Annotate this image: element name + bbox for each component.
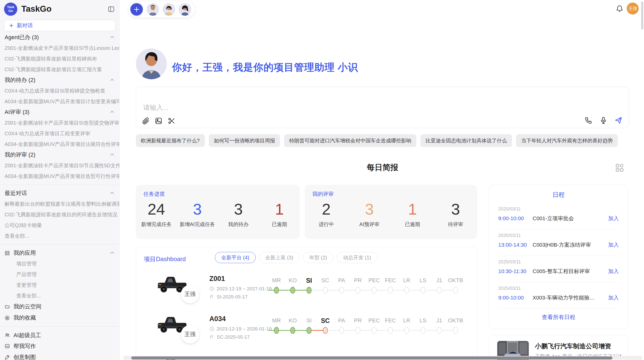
stat-value: 3 — [348, 200, 391, 218]
sidebar-item[interactable]: C02-飞腾新能源轻客改款项目的闭环通告反馈情况 — [0, 209, 119, 220]
milestone-track — [382, 325, 399, 335]
join-link[interactable]: 加入 — [608, 241, 619, 248]
sidebar-section-header[interactable]: 我的待办 (2) — [0, 75, 119, 85]
new-chat-label: 新对话 — [17, 22, 33, 29]
attachment-icon[interactable] — [142, 117, 150, 125]
sidebar-item[interactable]: Z001-全新燃油轻卡产品开发项目SI节点属性5D文件评审 — [0, 160, 119, 171]
stat: 24 新增完成任务 — [136, 200, 177, 228]
sidebar-item-label: 我的云空间 — [13, 303, 41, 310]
milestone-label: SC — [317, 316, 333, 325]
sidebar-section-header[interactable]: 最近对话 — [0, 188, 119, 199]
sidebar-item[interactable]: A034-全新新能源MUV产品开发项目法规符合性评审 — [0, 139, 119, 149]
suggestion-chip[interactable]: 当下年轻人对汽车外观有怎样的喜好趋势 — [516, 134, 618, 147]
milestone: PA — [333, 316, 350, 335]
milestone-node — [420, 327, 426, 334]
sidebar-item[interactable]: C02-飞腾新能源轻客改款项目里程碑画布 — [0, 53, 119, 64]
join-link[interactable]: 加入 — [608, 294, 619, 301]
sidebar-section-header[interactable]: AI评审 (3) — [0, 107, 119, 117]
sidebar-item[interactable]: 查看全部... — [0, 231, 119, 241]
milestone-node — [355, 327, 360, 334]
sidebar-item-label: 我的收藏 — [13, 314, 36, 322]
sidebar-item[interactable]: C0X4-动力总成开发项目SI里程碑提交物检查 — [0, 85, 119, 96]
project-row[interactable]: 王强 A034 2023-12-19 ~ 2026-01-19 SC-2025-… — [136, 308, 477, 349]
milestone-node — [290, 327, 295, 334]
sidebar-app-item[interactable]: 变更管理 — [0, 280, 119, 290]
vertical-scrollbar-thumb[interactable] — [641, 2, 643, 29]
sidebar-item[interactable]: 解释最新出台的欧盟报废车法规再生塑料比例被调至15%... — [0, 199, 119, 209]
sidebar-app-item[interactable]: 查看全部... — [0, 290, 119, 301]
phone-icon[interactable] — [584, 116, 592, 124]
sidebar-section-header[interactable]: 我的评审 (2) — [0, 149, 119, 160]
milestone-track — [317, 325, 333, 335]
sidebar-item[interactable]: A034-全新新能源MUV产品开发项目计划变更表编写 — [0, 96, 119, 107]
scissors-icon[interactable] — [168, 117, 175, 125]
milestone: MR — [268, 276, 285, 295]
stat: 1 已逾期 — [391, 200, 434, 228]
sidebar-app-item[interactable]: 产品管理 — [0, 269, 119, 280]
sidebar-item[interactable]: C0X4-动力总成开发项目工程变更评审 — [0, 128, 119, 139]
project-row[interactable]: 王强 Z001 2023-12-19 ~ 2027-01-19 SI-2025-… — [136, 268, 477, 308]
schedule-title-text: C005-整车工程目标评审 — [533, 268, 608, 275]
sidebar-collapse-icon[interactable] — [108, 6, 115, 13]
schedule-row: 10:30-11:30 C005-整车工程目标评审 加入 — [498, 268, 619, 275]
sidebar-item[interactable]: 公司Q3轻卡销量 — [0, 220, 119, 231]
chat-input-card[interactable]: 请输入... — [136, 87, 629, 128]
sidebar-item-cloud-space[interactable]: 我的云空间 — [0, 301, 119, 312]
suggestion-chip[interactable]: 如何写一份清晰的项目周报 — [209, 134, 280, 147]
stat: 3 AI预评审 — [348, 200, 391, 228]
dashboard-filter-tab[interactable]: 全新上装 (3) — [259, 252, 300, 263]
milestone-label: PEC — [366, 316, 382, 325]
join-link[interactable]: 加入 — [608, 215, 619, 222]
avatar[interactable] — [179, 3, 191, 16]
dashboard-filter-tab[interactable]: 全新平台 (4) — [215, 252, 256, 263]
dashboard-filter-tab[interactable]: 年型 (2) — [303, 252, 333, 263]
sidebar-item[interactable]: Z001-全新燃油轻卡产品开发项目SI造型提交物评审 — [0, 117, 119, 128]
sidebar-section-header[interactable]: Agent已办 (3) — [0, 32, 119, 43]
stat-label: AI预评审 — [348, 221, 391, 228]
join-link[interactable]: 加入 — [608, 268, 619, 275]
sidebar-section: Agent已办 (3) Z001-全新燃油皮卡产品开发项目SI节点Lesson … — [0, 32, 119, 75]
milestone-node — [420, 287, 426, 294]
new-chat-button[interactable]: 新对话 — [4, 20, 115, 31]
sidebar-item-drawing[interactable]: 创意制图 — [0, 352, 119, 360]
sidebar-item[interactable]: C02-飞腾新能源轻客改款项目立项汇报方案 — [0, 64, 119, 75]
milestone: LR — [399, 316, 415, 335]
chevron-up-icon — [110, 152, 115, 157]
sidebar-item[interactable]: Z001-全新燃油皮卡产品开发项目SI节点Lesson Learn报告 — [0, 43, 119, 53]
milestone-track — [268, 285, 285, 295]
suggestion-chip[interactable]: 欧洲新规最近颁布了什么? — [136, 134, 205, 147]
apps-grid-icon — [5, 250, 10, 256]
suggestion-chip[interactable]: 比亚迪全固态电池计划具体说了什么 — [420, 134, 512, 147]
milestone: PR — [350, 316, 366, 335]
schedule-item: 2025/03/11 10:30-11:30 C005-整车工程目标评审 加入 — [498, 256, 619, 282]
dashboard-filter-tab[interactable]: 动总开发 (1) — [337, 252, 377, 263]
send-icon[interactable] — [614, 116, 622, 124]
sidebar-item-ai-staff[interactable]: AI超级员工 — [0, 330, 119, 341]
user-avatar[interactable]: 王强 — [627, 3, 639, 14]
project-owner-name: 王强 — [184, 331, 196, 338]
sidebar-app-item[interactable]: 项目管理 — [0, 258, 119, 269]
sidebar-item[interactable]: A034-全新新能源MUV产品开发项目造型可行性评审 — [0, 171, 119, 182]
milestone-track — [447, 285, 464, 295]
sidebar-item-writing[interactable]: 帮我写作 — [0, 341, 119, 352]
dashboard-grid-icon[interactable] — [615, 163, 624, 172]
bell-icon[interactable] — [616, 5, 624, 13]
milestone-label: MR — [268, 316, 285, 325]
add-agent-button[interactable] — [130, 3, 143, 16]
suggestion-chip[interactable]: 特朗普可能对进口汽车增税会对中国车企造成哪些影响 — [284, 134, 416, 147]
avatar[interactable] — [163, 3, 175, 16]
horizontal-scrollbar-thumb[interactable] — [131, 356, 612, 359]
microphone-icon[interactable] — [599, 116, 607, 124]
divider — [0, 185, 119, 185]
sidebar-item-favorites[interactable]: 我的收藏 — [0, 312, 119, 323]
sidebar-section-my-apps[interactable]: 我的应用 — [0, 248, 119, 258]
milestone-label: J1 — [431, 316, 447, 325]
schedule-item: 2025/03/11 13:00-14:30 C003|H0B-方案冻结评审 加… — [498, 229, 619, 256]
chevron-up-icon — [110, 110, 115, 115]
app-title: TaskGo — [21, 4, 52, 14]
avatar[interactable] — [147, 3, 159, 16]
schedule-date: 2025/03/11 — [498, 286, 619, 291]
view-all-schedule-link[interactable]: 查看所有日程 — [489, 313, 628, 321]
image-icon[interactable] — [155, 117, 163, 125]
milestone-track — [317, 285, 333, 295]
